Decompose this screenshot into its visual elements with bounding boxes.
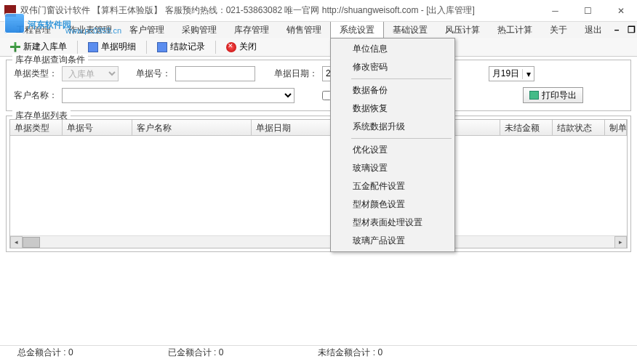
plus-icon <box>10 42 20 52</box>
menu-thermal-calc[interactable]: 热工计算 <box>489 22 541 39</box>
menu-inventory[interactable]: 库存管理 <box>225 22 278 39</box>
menu-data-restore[interactable]: 数据恢复 <box>332 100 453 118</box>
scroll-left-button[interactable]: ◂ <box>10 236 23 248</box>
col-bill-date[interactable]: 单据日期 <box>252 120 332 135</box>
total-amount: 总金额合计 : 0 <box>17 347 73 359</box>
close-button[interactable]: ✕ <box>604 0 637 22</box>
menu-company-info[interactable]: 单位信息 <box>332 40 453 58</box>
scroll-right-button[interactable]: ▸ <box>614 236 627 248</box>
menu-data-backup[interactable]: 数据备份 <box>332 81 453 100</box>
close-icon <box>226 42 236 52</box>
paid-amount: 已金额合计 : 0 <box>168 347 224 359</box>
scroll-thumb[interactable] <box>23 237 40 248</box>
bill-type-label: 单据类型： <box>14 68 57 80</box>
bill-table: 单据类型 单据号 客户名称 单据日期 未结金额 结款状态 制单人 ◂ ▸ <box>9 119 628 248</box>
col-bill-type[interactable]: 单据类型 <box>10 120 63 135</box>
new-stockin-button[interactable]: 新建入库单 <box>6 39 71 54</box>
maximize-button[interactable]: ☐ <box>572 0 604 22</box>
close-tab-button[interactable]: 关闭 <box>222 39 261 54</box>
status-bar: 总金额合计 : 0 已金额合计 : 0 未结金额合计 : 0 <box>0 345 637 360</box>
print-export-button[interactable]: 打印导出 <box>523 87 583 103</box>
bill-date-label: 单据日期： <box>274 68 318 80</box>
menu-optimize-settings[interactable]: 优化设置 <box>332 141 453 159</box>
menu-system-settings[interactable]: 系统设置 <box>330 21 384 39</box>
bill-type-select[interactable]: 入库单 <box>62 66 119 81</box>
menu-wind-calc[interactable]: 风压计算 <box>436 22 489 39</box>
customer-label: 客户名称： <box>14 89 57 102</box>
menu-customer[interactable]: 客户管理 <box>121 22 173 39</box>
minimize-button[interactable]: ─ <box>539 0 572 22</box>
menu-separator <box>351 78 452 79</box>
menu-sales[interactable]: 销售管理 <box>278 22 330 39</box>
menu-worksheet[interactable]: 作业表管理 <box>60 22 121 39</box>
menu-change-password[interactable]: 修改密码 <box>332 58 453 76</box>
menu-hardware-settings[interactable]: 五金配件设置 <box>332 177 453 195</box>
menu-profile-surface-settings[interactable]: 型材表面处理设置 <box>332 214 453 232</box>
print-icon <box>529 91 539 100</box>
document-icon <box>157 42 167 52</box>
content-area: 库存单据查询条件 单据类型： 入库单 单据号： 单据日期： 2017年 月19日… <box>0 57 637 252</box>
menu-project[interactable]: 工程管理 <box>7 22 60 39</box>
table-body[interactable] <box>10 136 627 235</box>
menu-exit[interactable]: 退出 <box>576 22 611 39</box>
date-to-picker[interactable]: 月19日▾ <box>489 66 534 81</box>
col-bill-no[interactable]: 单据号 <box>63 120 132 135</box>
menu-data-upgrade[interactable]: 系统数据升级 <box>332 118 453 136</box>
col-creator[interactable]: 制单人 <box>605 120 627 135</box>
payment-record-button[interactable]: 结款记录 <box>153 39 209 54</box>
query-legend: 库存单据查询条件 <box>12 54 88 66</box>
document-icon <box>88 42 98 52</box>
table-header: 单据类型 单据号 客户名称 单据日期 未结金额 结款状态 制单人 <box>10 120 627 136</box>
menu-purchase[interactable]: 采购管理 <box>173 22 225 39</box>
unpaid-amount: 未结金额合计 : 0 <box>318 347 382 359</box>
horizontal-scrollbar[interactable]: ◂ ▸ <box>10 235 627 248</box>
window-controls: ─ ☐ ✕ <box>539 0 637 22</box>
menu-basic-settings[interactable]: 基础设置 <box>384 22 436 39</box>
list-fieldset: 库存单据列表 单据类型 单据号 客户名称 单据日期 未结金额 结款状态 制单人 … <box>6 116 631 252</box>
window-title: 双伟门窗设计软件 【算料王体验版】 客服预约热线：021-53863082 唯一… <box>20 4 475 17</box>
col-pay-status[interactable]: 结款状态 <box>553 120 605 135</box>
mdi-minimize-button[interactable]: – <box>611 25 622 35</box>
col-customer[interactable]: 客户名称 <box>132 120 252 135</box>
bill-no-label: 单据号： <box>136 68 171 80</box>
query-fieldset: 库存单据查询条件 单据类型： 入库单 单据号： 单据日期： 2017年 月19日… <box>6 60 631 111</box>
customer-select[interactable] <box>62 88 295 103</box>
menu-bar: 工程管理 作业表管理 客户管理 采购管理 库存管理 销售管理 系统设置 基础设置… <box>0 22 637 38</box>
toolbar: 新建入库单 单据明细 结款记录 关闭 <box>0 38 637 57</box>
menu-about[interactable]: 关于 <box>541 22 576 39</box>
bill-detail-button[interactable]: 单据明细 <box>84 39 140 54</box>
mdi-restore-button[interactable]: ❐ <box>625 25 637 35</box>
mdi-child-controls: – ❐ ✕ <box>611 25 637 35</box>
menu-separator <box>351 138 452 139</box>
menu-glass-product-settings[interactable]: 玻璃产品设置 <box>332 232 453 250</box>
col-unpaid[interactable]: 未结金额 <box>500 120 553 135</box>
chevron-down-icon[interactable]: ▾ <box>522 69 534 79</box>
bill-no-input[interactable] <box>175 66 255 81</box>
title-bar: 双伟门窗设计软件 【算料王体验版】 客服预约热线：021-53863082 唯一… <box>0 0 637 22</box>
menu-profile-color-settings[interactable]: 型材颜色设置 <box>332 195 453 214</box>
menu-glass-settings[interactable]: 玻璃设置 <box>332 159 453 177</box>
system-settings-menu: 单位信息 修改密码 数据备份 数据恢复 系统数据升级 优化设置 玻璃设置 五金配… <box>330 38 455 252</box>
app-icon <box>4 5 16 17</box>
